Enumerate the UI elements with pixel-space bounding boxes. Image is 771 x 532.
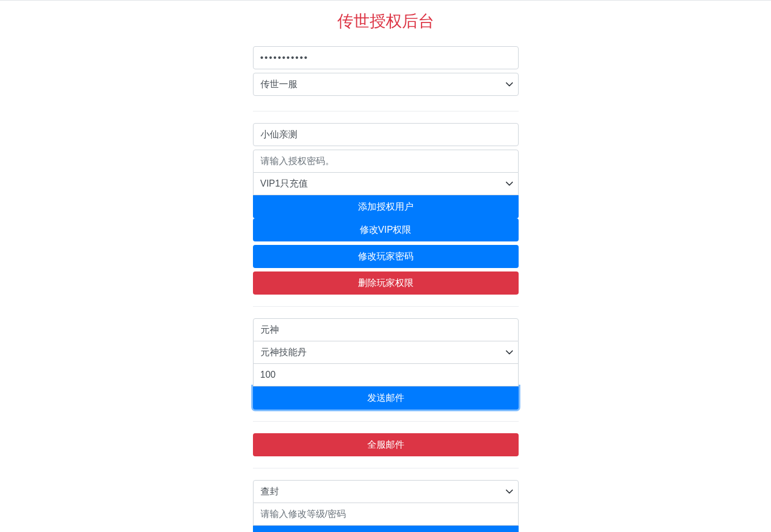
action-select[interactable]: 查封 bbox=[253, 480, 519, 503]
divider bbox=[253, 468, 519, 468]
add-auth-user-button[interactable]: 添加授权用户 bbox=[253, 195, 519, 218]
modify-player-password-button[interactable]: 修改玩家密码 bbox=[253, 245, 519, 268]
main-container: 传世授权后台 传世一服 VIP1只充值 添加授权用户 修改VIP权限 修改玩家密… bbox=[247, 10, 524, 532]
global-mail-button[interactable]: 全服邮件 bbox=[253, 433, 519, 456]
top-divider bbox=[0, 0, 771, 1]
item-search-input[interactable] bbox=[253, 318, 519, 341]
vip-level-select[interactable]: VIP1只充值 bbox=[253, 173, 519, 195]
section-global-mail: 全服邮件 bbox=[253, 433, 519, 456]
send-mail-button[interactable]: 发送邮件 bbox=[253, 386, 519, 410]
modify-vip-button[interactable]: 修改VIP权限 bbox=[253, 218, 519, 241]
level-password-input[interactable] bbox=[253, 503, 519, 526]
username-input[interactable] bbox=[253, 123, 519, 146]
page-title: 传世授权后台 bbox=[253, 10, 519, 32]
item-select[interactable]: 元神技能丹 bbox=[253, 341, 519, 364]
modify-attribute-button[interactable]: 修改属性 bbox=[253, 526, 519, 532]
delete-player-button[interactable]: 删除玩家权限 bbox=[253, 271, 519, 295]
section-modify-attr: 查封 修改属性 bbox=[253, 480, 519, 532]
divider bbox=[253, 306, 519, 307]
section-user-auth: VIP1只充值 添加授权用户 修改VIP权限 修改玩家密码 删除玩家权限 bbox=[253, 123, 519, 295]
server-select[interactable]: 传世一服 bbox=[253, 73, 519, 96]
admin-password-input[interactable] bbox=[253, 46, 519, 69]
quantity-input[interactable] bbox=[253, 364, 519, 386]
divider bbox=[253, 421, 519, 422]
divider bbox=[253, 111, 519, 111]
auth-password-input[interactable] bbox=[253, 150, 519, 173]
section-login: 传世一服 bbox=[253, 46, 519, 99]
section-mail: 元神技能丹 发送邮件 bbox=[253, 318, 519, 410]
